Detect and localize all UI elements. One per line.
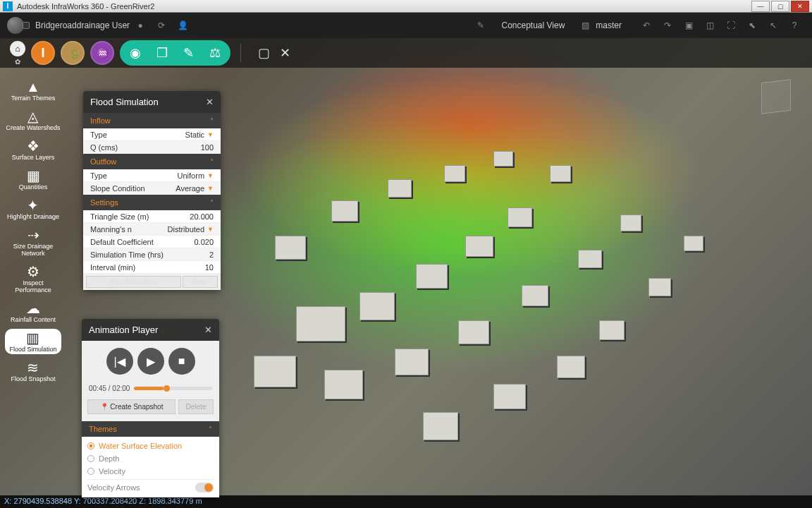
- watershed-icon: ◬: [27, 109, 38, 124]
- dropdown-icon: ▼: [207, 172, 214, 179]
- mode-bridge-button[interactable]: ♒: [90, 41, 114, 65]
- split-icon[interactable]: ◫: [701, 16, 719, 35]
- progress-slider[interactable]: [134, 387, 212, 390]
- user-chip[interactable]: Bridgeroaddrainage User: [7, 17, 130, 34]
- app-icon: I: [3, 1, 13, 11]
- run-simulation-button[interactable]: Run Simulation: [86, 276, 181, 288]
- mountain-icon: ▲: [26, 79, 40, 95]
- chevron-up-icon: ˄: [209, 425, 212, 433]
- skip-back-button[interactable]: |◀: [106, 348, 133, 375]
- panel-title: Animation Player: [89, 325, 158, 335]
- radio-icon: [87, 468, 94, 475]
- proposal-icon[interactable]: ▧: [576, 16, 594, 35]
- grid-icon: ▦: [27, 168, 40, 183]
- sidebar-rainfall-content[interactable]: ☁Rainfall Content: [9, 299, 57, 325]
- balance-tool-icon[interactable]: ⚖: [209, 45, 221, 61]
- sidebar-flood-simulation[interactable]: ▥Flood Simulation: [5, 329, 61, 354]
- layers-icon: ❖: [27, 138, 39, 154]
- theme-water-surface[interactable]: Water Surface Elevation: [87, 440, 214, 452]
- inspect-icon: ⚙: [27, 264, 39, 279]
- mode-road-button[interactable]: ဌ: [61, 41, 85, 65]
- draw-tool-icon[interactable]: ✎: [183, 45, 194, 61]
- sidebar-highlight-drainage[interactable]: ✦Highlight Drainage: [6, 196, 61, 222]
- mannings-n-row[interactable]: Manning's nDistributed▼: [83, 223, 221, 236]
- sidebar-create-watersheds[interactable]: ◬Create Watersheds: [4, 107, 61, 133]
- top-toolbar: Bridgeroaddrainage User ● ⟳ 👤 ✎ Conceptu…: [0, 13, 812, 38]
- stop-button[interactable]: ■: [168, 348, 195, 375]
- eye-tool-icon[interactable]: ◉: [130, 45, 141, 61]
- sidebar-flood-snapshot[interactable]: ≋Flood Snapshot: [9, 358, 56, 384]
- help-icon[interactable]: ?: [785, 16, 804, 35]
- sidebar-inspect-performance[interactable]: ⚙Inspect Performance: [3, 262, 63, 295]
- interval-row[interactable]: Interval (min)10: [83, 261, 221, 274]
- home-button[interactable]: ⌂: [10, 41, 25, 56]
- redo-icon[interactable]: ↷: [658, 16, 677, 35]
- maximize-button[interactable]: ▢: [771, 1, 789, 12]
- brush-icon[interactable]: ✎: [472, 16, 490, 35]
- network-icon: ⇢: [27, 227, 39, 243]
- theme-depth[interactable]: Depth: [87, 452, 214, 465]
- minimize-button[interactable]: —: [751, 1, 770, 12]
- outflow-type-row[interactable]: TypeUniform▼: [83, 169, 221, 182]
- status-bar: X: 2790439.538848 Y: 700337.208420 Z: 18…: [0, 496, 812, 508]
- dropdown-icon: ▼: [207, 131, 214, 138]
- sidebar-size-drainage[interactable]: ⇢Size Drainage Network: [3, 226, 63, 258]
- radio-icon: [87, 455, 94, 462]
- flood-simulation-panel: Flood Simulation ✕ Inflow˄ TypeStatic▼ Q…: [83, 91, 221, 290]
- tool-ribbon: ⌂ ✿ I ဌ ♒ ◉ ❐ ✎ ⚖ ▢ ✕: [0, 38, 812, 68]
- close-button[interactable]: ✕: [791, 1, 809, 12]
- wave-icon: ≋: [27, 360, 39, 375]
- outflow-slope-row[interactable]: Slope ConditionAverage▼: [83, 182, 221, 195]
- avatar: [7, 17, 24, 34]
- delete-button[interactable]: Delete: [178, 399, 214, 414]
- cloud-icon: ☁: [26, 301, 40, 316]
- triangle-size-row[interactable]: Triangle Size (m)20.000: [83, 210, 221, 223]
- panel-title: Flood Simulation: [90, 97, 159, 107]
- layers-tool-icon[interactable]: ❐: [156, 45, 168, 61]
- theme-velocity[interactable]: Velocity: [87, 465, 214, 478]
- sidebar-surface-layers[interactable]: ❖Surface Layers: [11, 137, 56, 162]
- screenshot-icon[interactable]: ▣: [679, 16, 698, 35]
- simulation-time-row[interactable]: Simulation Time (hrs)2: [83, 248, 221, 261]
- fullscreen-icon[interactable]: ⛶: [722, 16, 740, 35]
- flood-icon: ▥: [26, 330, 39, 346]
- close-icon[interactable]: ✕: [206, 97, 214, 107]
- select-icon[interactable]: ⬉: [743, 16, 761, 35]
- mode-terrain-button[interactable]: I: [31, 41, 55, 65]
- coordinates-readout: X: 2790439.538848 Y: 700337.208420 Z: 18…: [4, 497, 202, 505]
- outflow-section-header[interactable]: Outflow˄: [83, 154, 221, 169]
- sync-icon[interactable]: ⟳: [152, 16, 171, 35]
- settings-section-header[interactable]: Settings˄: [83, 195, 221, 210]
- velocity-arrows-toggle[interactable]: Velocity Arrows: [87, 479, 214, 495]
- new-button[interactable]: New: [183, 276, 218, 288]
- close-icon[interactable]: ✕: [204, 325, 212, 335]
- sidebar-terrain-themes[interactable]: ▲Terrain Themes: [10, 78, 56, 103]
- user-name: Bridgeroaddrainage User: [35, 20, 130, 30]
- chevron-up-icon: ˄: [210, 199, 214, 207]
- inflow-type-row[interactable]: TypeStatic▼: [83, 128, 221, 141]
- themes-section-header[interactable]: Themes˄: [82, 421, 219, 437]
- time-display: 00:45 / 02:00: [89, 385, 130, 392]
- inflow-section-header[interactable]: Inflow˄: [83, 113, 221, 128]
- create-snapshot-button[interactable]: 📍 Create Snapshot: [87, 399, 176, 414]
- cursor-icon[interactable]: ↖: [764, 16, 782, 35]
- user-menu-icon: [23, 22, 30, 29]
- analysis-toolbar: ◉ ❐ ✎ ⚖: [120, 40, 230, 66]
- settings-dot-icon[interactable]: ✿: [15, 58, 20, 66]
- dropdown-icon: ▼: [207, 185, 214, 192]
- record-icon[interactable]: ●: [131, 16, 149, 35]
- default-coefficient-row[interactable]: Default Coefficient0.020: [83, 236, 221, 248]
- inflow-q-row[interactable]: Q (cms)100: [83, 141, 221, 154]
- sidebar-quantities[interactable]: ▦Quantities: [18, 167, 49, 192]
- tools-icon[interactable]: ✕: [280, 45, 290, 61]
- branch-label[interactable]: master: [596, 20, 622, 30]
- present-icon[interactable]: ▢: [258, 45, 270, 61]
- share-icon[interactable]: 👤: [173, 16, 192, 35]
- highlight-icon: ✦: [27, 198, 39, 213]
- view-mode-label[interactable]: Conceptual View: [501, 20, 565, 30]
- play-button[interactable]: ▶: [137, 348, 164, 375]
- radio-icon: [87, 442, 94, 449]
- animation-player-panel: Animation Player ✕ |◀ ▶ ■ 00:45 / 02:00 …: [82, 319, 219, 497]
- undo-icon[interactable]: ↶: [637, 16, 656, 35]
- dropdown-icon: ▼: [207, 226, 214, 233]
